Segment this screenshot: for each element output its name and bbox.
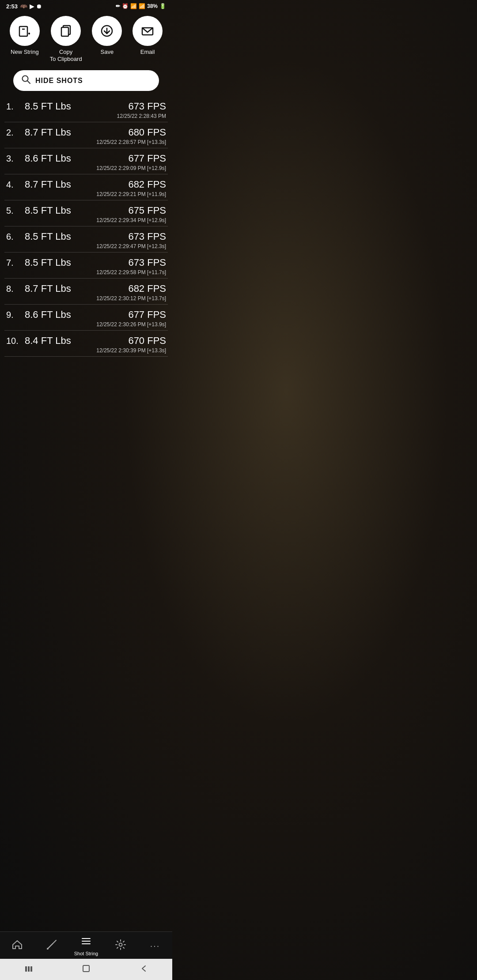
time: 2:53	[6, 3, 18, 10]
shot-row[interactable]: 1.8.5 FT Lbs673 FPS12/25/22 2:28:43 PM	[4, 96, 168, 122]
copy-clipboard-label: Copy To Clipboard	[50, 49, 82, 62]
email-button[interactable]: Email	[132, 16, 163, 56]
shot-timestamp: 12/25/22 2:28:43 PM	[25, 113, 166, 119]
shot-fps: 673 FPS	[128, 101, 166, 112]
shot-fps: 680 FPS	[128, 127, 166, 138]
svg-line-10	[27, 81, 30, 83]
shot-fps: 675 FPS	[128, 205, 166, 216]
battery-text: 38%	[147, 3, 158, 9]
save-icon	[92, 16, 122, 46]
copy-clipboard-button[interactable]: Copy To Clipboard	[50, 16, 82, 62]
shot-fps: 673 FPS	[128, 257, 166, 268]
alarm-icon: ⏰	[122, 3, 129, 9]
new-string-label: New String	[11, 49, 39, 56]
new-string-icon	[10, 16, 40, 46]
shot-number: 2.	[6, 127, 25, 138]
shot-details: 8.5 FT Lbs673 FPS12/25/22 2:29:58 PM [+1…	[25, 257, 166, 275]
shot-number: 7.	[6, 257, 25, 268]
new-string-button[interactable]: New String	[9, 16, 40, 56]
shot-row[interactable]: 4.8.7 FT Lbs682 FPS12/25/22 2:29:21 PM […	[4, 174, 168, 200]
shot-fps: 677 FPS	[128, 153, 166, 164]
shot-fps: 682 FPS	[128, 283, 166, 294]
edit-icon: ✏	[116, 3, 120, 9]
status-bar: 2:53 🦇 ▶ ⏺ ✏ ⏰ 📶 📶 38% 🔋	[0, 0, 172, 11]
shot-energy: 8.5 FT Lbs	[25, 231, 71, 242]
shot-row[interactable]: 9.8.6 FT Lbs677 FPS12/25/22 2:30:26 PM […	[4, 305, 168, 331]
wifi-icon: 📶	[130, 3, 137, 9]
shot-number: 3.	[6, 153, 25, 164]
shot-details: 8.5 FT Lbs673 FPS12/25/22 2:29:47 PM [+1…	[25, 231, 166, 249]
shot-energy: 8.7 FT Lbs	[25, 179, 71, 190]
shot-number: 4.	[6, 179, 25, 190]
shot-details: 8.5 FT Lbs675 FPS12/25/22 2:29:34 PM [+1…	[25, 205, 166, 223]
shot-row[interactable]: 10.8.4 FT Lbs670 FPS12/25/22 2:30:39 PM …	[4, 331, 168, 357]
shot-energy: 8.5 FT Lbs	[25, 101, 71, 112]
shot-details: 8.7 FT Lbs682 FPS12/25/22 2:30:12 PM [+1…	[25, 283, 166, 302]
hide-shots-label: HIDE SHOTS	[35, 77, 83, 85]
shot-fps: 682 FPS	[128, 179, 166, 190]
shot-row[interactable]: 8.8.7 FT Lbs682 FPS12/25/22 2:30:12 PM […	[4, 279, 168, 305]
shot-energy: 8.5 FT Lbs	[25, 257, 71, 268]
save-button[interactable]: Save	[91, 16, 122, 56]
shot-timestamp: 12/25/22 2:30:39 PM [+13.3s]	[25, 347, 166, 354]
shot-row[interactable]: 7.8.5 FT Lbs673 FPS12/25/22 2:29:58 PM […	[4, 253, 168, 279]
shot-number: 9.	[6, 309, 25, 320]
shot-number: 6.	[6, 231, 25, 242]
shot-timestamp: 12/25/22 2:29:09 PM [+12.9s]	[25, 165, 166, 171]
shot-timestamp: 12/25/22 2:28:57 PM [+13.3s]	[25, 139, 166, 145]
shot-energy: 8.6 FT Lbs	[25, 309, 71, 320]
signal-icon: 📶	[139, 3, 145, 9]
shot-fps: 670 FPS	[128, 335, 166, 347]
shot-number: 8.	[6, 283, 25, 294]
shot-timestamp: 12/25/22 2:29:47 PM [+12.3s]	[25, 243, 166, 249]
shot-energy: 8.4 FT Lbs	[25, 335, 71, 347]
save-label: Save	[101, 49, 114, 56]
shot-details: 8.6 FT Lbs677 FPS12/25/22 2:29:09 PM [+1…	[25, 153, 166, 171]
battery-icon: 🔋	[159, 3, 166, 9]
shot-fps: 677 FPS	[128, 309, 166, 320]
svg-rect-5	[61, 27, 68, 36]
shot-row[interactable]: 3.8.6 FT Lbs677 FPS12/25/22 2:29:09 PM […	[4, 148, 168, 174]
shot-fps: 673 FPS	[128, 231, 166, 242]
shot-row[interactable]: 5.8.5 FT Lbs675 FPS12/25/22 2:29:34 PM […	[4, 200, 168, 226]
hide-shots-bar[interactable]: HIDE SHOTS	[13, 70, 159, 91]
shot-row[interactable]: 2.8.7 FT Lbs680 FPS12/25/22 2:28:57 PM […	[4, 122, 168, 148]
shot-details: 8.5 FT Lbs673 FPS12/25/22 2:28:43 PM	[25, 101, 166, 119]
email-icon	[132, 16, 163, 46]
shot-energy: 8.7 FT Lbs	[25, 127, 71, 138]
notification-icon-1: 🦇	[20, 3, 27, 10]
shot-timestamp: 12/25/22 2:30:26 PM [+13.9s]	[25, 321, 166, 328]
svg-rect-0	[19, 26, 27, 36]
shot-number: 10.	[6, 335, 25, 346]
shot-number: 5.	[6, 205, 25, 216]
shot-timestamp: 12/25/22 2:30:12 PM [+13.7s]	[25, 295, 166, 302]
shot-energy: 8.5 FT Lbs	[25, 205, 71, 216]
shot-row[interactable]: 6.8.5 FT Lbs673 FPS12/25/22 2:29:47 PM […	[4, 226, 168, 253]
shot-timestamp: 12/25/22 2:29:58 PM [+11.7s]	[25, 269, 166, 275]
toolbar: New String Copy To Clipboard Save	[0, 11, 172, 68]
shot-details: 8.4 FT Lbs670 FPS12/25/22 2:30:39 PM [+1…	[25, 335, 166, 354]
shot-details: 8.7 FT Lbs682 FPS12/25/22 2:29:21 PM [+1…	[25, 179, 166, 197]
status-right: ✏ ⏰ 📶 📶 38% 🔋	[116, 3, 166, 9]
shot-energy: 8.7 FT Lbs	[25, 283, 71, 294]
search-icon	[21, 75, 31, 87]
shot-timestamp: 12/25/22 2:29:34 PM [+12.9s]	[25, 217, 166, 223]
shot-energy: 8.6 FT Lbs	[25, 153, 71, 164]
shot-list: 1.8.5 FT Lbs673 FPS12/25/22 2:28:43 PM2.…	[0, 96, 172, 357]
email-label: Email	[140, 49, 155, 56]
shot-timestamp: 12/25/22 2:29:21 PM [+11.9s]	[25, 191, 166, 197]
play-icon: ⏺	[36, 3, 42, 10]
shot-number: 1.	[6, 101, 25, 112]
shot-details: 8.6 FT Lbs677 FPS12/25/22 2:30:26 PM [+1…	[25, 309, 166, 328]
status-left: 2:53 🦇 ▶ ⏺	[6, 3, 42, 10]
shot-details: 8.7 FT Lbs680 FPS12/25/22 2:28:57 PM [+1…	[25, 127, 166, 145]
copy-clipboard-icon	[51, 16, 81, 46]
youtube-icon: ▶	[30, 3, 34, 10]
